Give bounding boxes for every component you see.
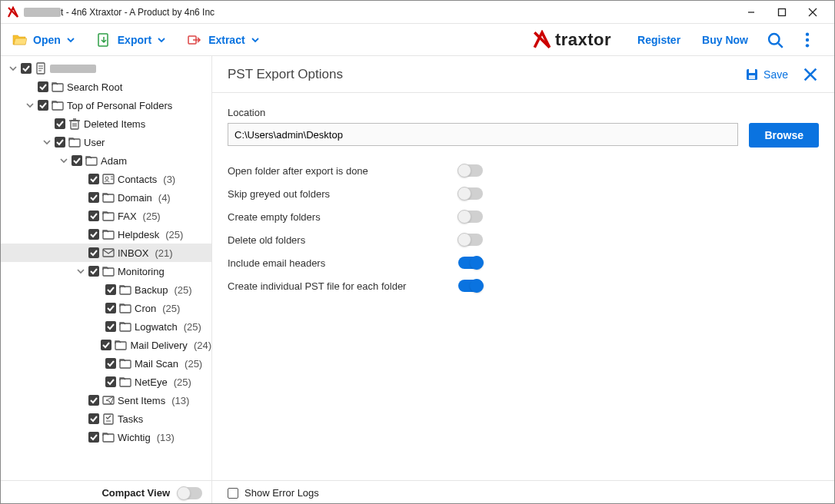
tree-checkbox[interactable] — [105, 358, 116, 369]
expand-toggle — [93, 322, 102, 331]
folder-icon — [115, 339, 127, 351]
option-row: Create individual PST file for each fold… — [228, 280, 819, 292]
tree-node[interactable]: Deleted Items — [1, 114, 211, 133]
window-maximize-button[interactable] — [767, 1, 797, 24]
extract-label: Extract — [208, 34, 245, 46]
tree-node-count: (25) — [185, 358, 202, 370]
tree-checkbox[interactable] — [38, 100, 48, 111]
tasks-icon — [102, 413, 115, 425]
tree-node[interactable]: FAX(25) — [1, 207, 211, 225]
window-close-button[interactable] — [797, 1, 828, 24]
option-toggle[interactable] — [458, 257, 483, 269]
tree-node[interactable]: Monitoring — [1, 262, 211, 280]
option-label: Delete old folders — [228, 234, 458, 246]
tree-node-label: Domain — [118, 192, 152, 204]
save-button[interactable]: Save — [745, 68, 788, 81]
tree-checkbox[interactable] — [38, 81, 48, 92]
tree-node[interactable]: Backup(25) — [1, 280, 211, 299]
option-label: Open folder after export is done — [228, 165, 458, 177]
tree-node[interactable] — [1, 59, 211, 78]
tree-checkbox[interactable] — [72, 155, 82, 166]
folder-icon — [119, 320, 131, 333]
tree-node[interactable]: Top of Personal Folders — [1, 96, 211, 114]
tree-node[interactable]: Mail Delivery(24) — [1, 336, 211, 354]
tree-node[interactable]: Domain(4) — [1, 188, 211, 207]
tree-node[interactable]: Contacts(3) — [1, 170, 211, 188]
option-toggle[interactable] — [458, 234, 483, 246]
expand-toggle[interactable] — [42, 138, 52, 147]
tree-node[interactable]: NetEye(25) — [1, 373, 211, 391]
tree-node-count: (25) — [174, 376, 191, 388]
search-icon[interactable] — [767, 32, 783, 48]
tree-checkbox[interactable] — [55, 137, 65, 148]
tree-checkbox[interactable] — [88, 413, 99, 424]
expand-toggle[interactable] — [8, 64, 18, 73]
option-toggle[interactable] — [458, 211, 483, 223]
brand-text: traxtor — [555, 30, 611, 50]
tree-checkbox[interactable] — [88, 432, 99, 443]
extract-button[interactable]: Extract — [187, 32, 258, 48]
tree-checkbox[interactable] — [55, 118, 65, 129]
tree-node-label: Cron — [135, 303, 156, 314]
chevron-down-icon — [67, 36, 75, 44]
location-input[interactable] — [228, 123, 738, 146]
export-label: Export — [118, 34, 151, 46]
tree-checkbox[interactable] — [88, 229, 99, 240]
tree-node[interactable]: Tasks — [1, 410, 211, 428]
tree-node[interactable]: Adam — [1, 151, 211, 170]
panel-close-button[interactable] — [802, 66, 819, 83]
option-toggle[interactable] — [458, 164, 483, 177]
compact-view-toggle[interactable] — [178, 487, 202, 499]
show-error-logs-label: Show Error Logs — [245, 487, 319, 499]
expand-toggle — [93, 359, 102, 368]
folder-icon — [102, 265, 115, 277]
expand-toggle[interactable] — [59, 156, 68, 165]
folder-icon — [52, 81, 64, 93]
export-form: Location Browse Open folder after export… — [212, 93, 834, 317]
open-label: Open — [33, 34, 61, 46]
tree-node[interactable]: Logwatch(25) — [1, 317, 211, 336]
tree-checkbox[interactable] — [88, 211, 99, 221]
tree-node[interactable]: Cron(25) — [1, 299, 211, 317]
tree-checkbox[interactable] — [105, 321, 116, 332]
tree-node[interactable]: Sent Items(13) — [1, 391, 211, 410]
browse-button[interactable]: Browse — [749, 123, 819, 148]
tree-node[interactable]: INBOX(21) — [1, 244, 211, 262]
tree-node[interactable]: User — [1, 133, 211, 151]
option-toggle[interactable] — [458, 280, 483, 292]
chevron-down-icon — [251, 36, 259, 44]
toolbar: Open Export Extract traxtor Register Buy… — [1, 24, 834, 56]
tree-checkbox[interactable] — [101, 340, 111, 350]
buy-now-link[interactable]: Buy Now — [702, 34, 748, 46]
panel-footer: Show Error Logs — [212, 480, 834, 504]
window-minimize-button[interactable] — [736, 1, 767, 24]
option-toggle[interactable] — [458, 187, 483, 200]
register-link[interactable]: Register — [637, 34, 680, 46]
tree-checkbox[interactable] — [88, 266, 99, 277]
tree-node[interactable]: Search Root — [1, 78, 211, 96]
folder-icon — [85, 154, 98, 167]
more-menu-icon[interactable] — [799, 32, 816, 48]
option-row: Delete old folders — [228, 234, 819, 246]
tree-checkbox[interactable] — [88, 395, 99, 406]
tree-node[interactable]: Wichtig(13) — [1, 428, 211, 446]
tree-checkbox[interactable] — [88, 192, 99, 203]
app-icon — [7, 6, 19, 18]
tree-checkbox[interactable] — [105, 303, 116, 313]
export-button[interactable]: Export — [96, 32, 165, 48]
tree-checkbox[interactable] — [88, 174, 99, 184]
tree-node[interactable]: Mail Scan(25) — [1, 354, 211, 373]
expand-toggle[interactable] — [25, 101, 35, 110]
panel-header: PST Export Options Save — [212, 56, 834, 93]
expand-toggle[interactable] — [76, 267, 85, 276]
tree-checkbox[interactable] — [105, 284, 116, 295]
tree-checkbox[interactable] — [21, 63, 32, 74]
tree-checkbox[interactable] — [88, 247, 99, 258]
tree-node[interactable]: Helpdesk(25) — [1, 225, 211, 244]
option-row: Create empty folders — [228, 211, 819, 223]
export-panel: PST Export Options Save Location Browse … — [212, 56, 834, 504]
tree-checkbox[interactable] — [105, 376, 116, 387]
chevron-down-icon — [158, 36, 165, 44]
open-button[interactable]: Open — [12, 32, 75, 48]
show-error-logs-checkbox[interactable] — [228, 488, 238, 499]
